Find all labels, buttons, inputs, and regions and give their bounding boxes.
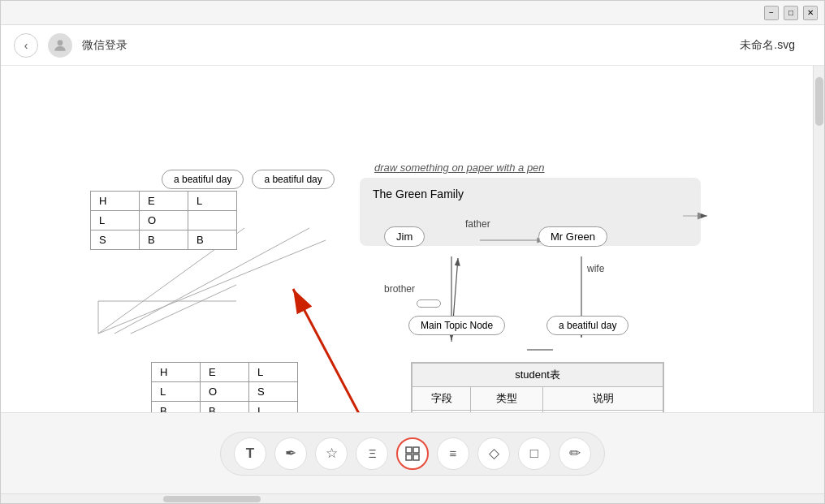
table-row: B B I <box>152 402 298 413</box>
hint-text: draw something on paper with a pen <box>374 162 545 174</box>
restore-button[interactable]: □ <box>784 6 798 20</box>
wife-label: wife <box>587 263 604 274</box>
app-window: − □ ✕ ‹ 微信登录 未命名.svg <box>0 0 825 504</box>
table-row: H E L <box>152 363 298 382</box>
a-beatiful-day-node: a beatiful day <box>546 316 628 335</box>
titlebar: − □ ✕ <box>1 1 824 25</box>
main-topic-node: Main Topic Node <box>408 316 505 335</box>
erase-tool-button[interactable]: Ξ <box>356 437 388 470</box>
scrollbar-bottom[interactable] <box>1 493 824 503</box>
student-table-container: student表 字段 类型 说明 id int(32) 主键，学生i <box>411 362 664 412</box>
top-table-wrapper: a beatiful day a beatiful day H E L L O <box>90 170 335 250</box>
table-header-row: 字段 类型 说明 <box>412 387 663 411</box>
svg-line-14 <box>98 240 326 334</box>
svg-rect-18 <box>406 454 412 460</box>
svg-point-0 <box>58 40 63 45</box>
scrollbar-right[interactable] <box>813 66 824 412</box>
student-table-title: student表 <box>412 363 663 386</box>
scroll-thumb-vertical[interactable] <box>815 77 823 126</box>
header2-node: a beatiful day <box>252 170 334 189</box>
table-row: L O <box>91 211 237 230</box>
lines-tool-button[interactable]: ≡ <box>437 437 469 470</box>
svg-rect-17 <box>413 447 419 453</box>
bottom-table: H E L L O S B B I <box>151 362 298 412</box>
table-row: H E L <box>91 192 237 211</box>
family-diagram: The Green Family father Jim Mr Green wif… <box>360 178 701 246</box>
top-table: H E L L O S B B <box>90 191 237 250</box>
bottom-table-wrapper: H E L L O S B B I <box>151 362 298 412</box>
rect-tool-button[interactable]: □ <box>518 437 551 470</box>
filename-label: 未命名.svg <box>740 38 795 53</box>
jim-node: Jim <box>384 226 425 247</box>
canvas-area[interactable]: a beatiful day a beatiful day H E L L O <box>1 66 813 412</box>
student-table: 字段 类型 说明 id int(32) 主键，学生id <box>412 386 663 412</box>
table-tool-button[interactable] <box>396 437 429 470</box>
login-label: 微信登录 <box>82 38 127 53</box>
svg-line-13 <box>131 285 236 334</box>
bottom-toolbar-area: T ✒ ☆ Ξ ≡ ◇ □ ✏ <box>1 412 824 493</box>
header1-node: a beatiful day <box>162 170 244 189</box>
close-button[interactable]: ✕ <box>803 6 818 20</box>
table-row: L O S <box>152 382 298 402</box>
scroll-thumb-horizontal[interactable] <box>163 496 261 502</box>
father-label: father <box>465 218 490 230</box>
table-row: S B B <box>91 230 237 250</box>
minimize-button[interactable]: − <box>764 6 779 20</box>
text-tool-button[interactable]: T <box>234 437 266 470</box>
brother-label: brother <box>384 283 415 295</box>
main-content: a beatiful day a beatiful day H E L L O <box>1 66 824 412</box>
mr-green-node: Mr Green <box>538 226 607 247</box>
topbar: ‹ 微信登录 未命名.svg <box>1 25 824 66</box>
pencil-tool-button[interactable]: ✏ <box>559 437 591 470</box>
partial-node <box>417 299 441 308</box>
table-row: id int(32) 主键，学生id <box>412 411 663 413</box>
svg-line-3 <box>293 289 370 412</box>
star-tool-button[interactable]: ☆ <box>315 437 348 470</box>
family-title: The Green Family <box>373 187 688 200</box>
drop-tool-button[interactable]: ◇ <box>477 437 510 470</box>
svg-rect-19 <box>413 454 419 460</box>
toolbar: T ✒ ☆ Ξ ≡ ◇ □ ✏ <box>220 432 605 476</box>
avatar <box>48 33 72 58</box>
pen-tool-button[interactable]: ✒ <box>274 437 307 470</box>
svg-rect-16 <box>406 447 412 453</box>
back-button[interactable]: ‹ <box>14 33 38 58</box>
